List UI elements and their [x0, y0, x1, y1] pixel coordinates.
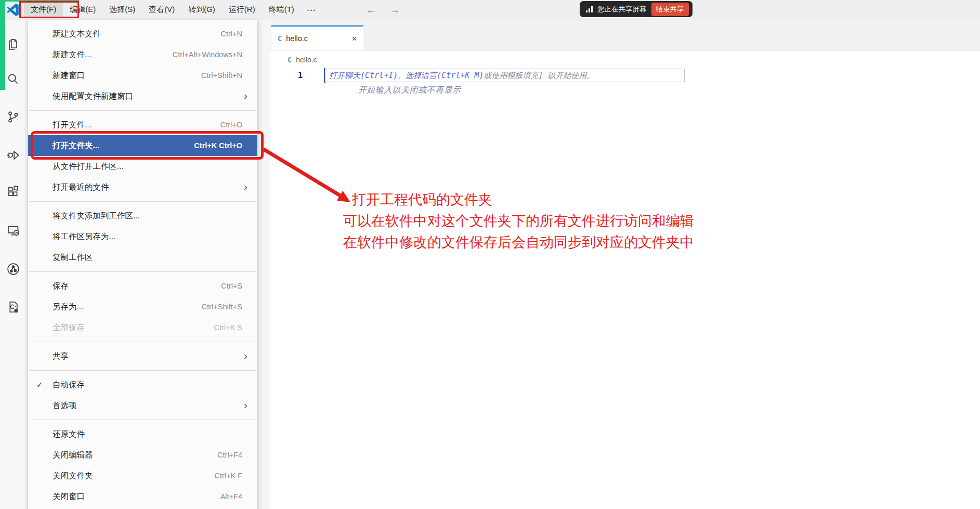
hint-separator: 、: [398, 71, 406, 81]
menubar-more-icon[interactable]: ⋯: [301, 2, 321, 18]
end-share-button[interactable]: 结束共享: [651, 3, 689, 16]
inline-chat-hint: 打开聊天(Ctrl+I)、 选择语言(Ctrl+K M)或使用模板填充] 以开始…: [325, 69, 685, 82]
menu-item-revert-file[interactable]: 还原文件: [28, 424, 257, 445]
menubar-view[interactable]: 查看(V): [142, 2, 181, 18]
submenu-arrow-icon: ›: [244, 399, 247, 411]
editor-group: C hello.c ✕ C hello.c 1 打开聊天(Ctrl+I)、 选择…: [270, 20, 980, 509]
menu-separator: [29, 201, 256, 202]
code-line-2: 开始输入以关闭或不再显示: [270, 83, 980, 97]
file-menu-dropdown: 新建文本文件Ctrl+N 新建文件...Ctrl+Alt+Windows+N 新…: [28, 20, 257, 509]
menubar-go[interactable]: 转到(G): [181, 2, 222, 18]
menu-item-add-folder-to-workspace[interactable]: 将文件夹添加到工作区...: [28, 205, 257, 226]
cpp-tools-icon[interactable]: [1, 296, 25, 317]
extensions-icon[interactable]: [1, 181, 25, 202]
source-control-icon[interactable]: [1, 107, 25, 127]
menu-item-save-all: 全部保存Ctrl+K S: [28, 317, 257, 338]
annotation-line: 可以在软件中对这个文件夹下的所有文件进行访问和编辑: [343, 211, 694, 232]
menu-separator: [29, 342, 256, 342]
check-icon: ✓: [36, 380, 43, 389]
annotation-box-open-folder: [31, 131, 264, 160]
back-arrow-icon[interactable]: ←: [366, 4, 376, 16]
forward-arrow-icon[interactable]: →: [390, 4, 400, 16]
close-icon[interactable]: ✕: [351, 35, 357, 43]
open-chat-link[interactable]: 打开聊天(Ctrl+I): [329, 71, 398, 81]
dismiss-hint-text: 开始输入以关闭或不再显示: [358, 85, 461, 96]
menu-separator: [29, 110, 256, 111]
remote-explorer-icon[interactable]: [1, 220, 25, 241]
annotation-box-file-menu: [19, 1, 79, 18]
share-graph-icon[interactable]: [1, 258, 25, 279]
share-status-text: 您正在共享屏幕: [597, 5, 647, 14]
code-area[interactable]: 1 打开聊天(Ctrl+I)、 选择语言(Ctrl+K M)或使用模板填充] 以…: [270, 68, 980, 97]
activity-bar: [0, 20, 25, 509]
pick-language-link[interactable]: 选择语言(Ctrl+K M): [406, 71, 484, 81]
menu-item-close-editor[interactable]: 关闭编辑器Ctrl+F4: [28, 445, 257, 465]
nav-history: ← →: [366, 4, 400, 16]
c-file-icon: C: [278, 34, 282, 43]
menu-separator: [29, 420, 256, 420]
code-line-1: 1 打开聊天(Ctrl+I)、 选择语言(Ctrl+K M)或使用模板填充] 以…: [270, 68, 980, 83]
submenu-arrow-icon: ›: [244, 89, 247, 102]
menu-item-preferences[interactable]: 首选项›: [28, 395, 257, 416]
submenu-arrow-icon: ›: [244, 180, 247, 193]
menu-item-save-as[interactable]: 另存为...Ctrl+Shift+S: [28, 296, 257, 317]
annotation-text: 打开工程代码的文件夹 可以在软件中对这个文件夹下的所有文件进行访问和编辑 在软件…: [343, 189, 694, 253]
menu-item-duplicate-workspace[interactable]: 复制工作区: [28, 247, 257, 268]
menu-item-new-text-file[interactable]: 新建文本文件Ctrl+N: [28, 23, 257, 44]
menu-item-new-window-with-profile[interactable]: 使用配置文件新建窗口›: [28, 86, 257, 107]
title-bar: 文件(F) 编辑(E) 选择(S) 查看(V) 转到(G) 运行(R) 终端(T…: [0, 0, 980, 20]
screen-share-border-left: [0, 0, 5, 90]
menubar-selection[interactable]: 选择(S): [102, 2, 142, 18]
menu-item-save-workspace-as[interactable]: 将工作区另存为...: [28, 226, 257, 247]
hint-tail: 或使用模板填充] 以开始使用。: [484, 71, 595, 81]
menu-item-close-window[interactable]: 关闭窗口Alt+F4: [28, 486, 257, 507]
annotation-line: 打开工程代码的文件夹: [352, 189, 694, 211]
menu-separator: [29, 271, 256, 272]
menubar-run[interactable]: 运行(R): [222, 2, 262, 18]
menu-item-close-folder[interactable]: 关闭文件夹Ctrl+K F: [28, 465, 257, 486]
signal-bars-icon: [586, 6, 593, 12]
run-and-debug-icon[interactable]: [1, 145, 25, 165]
submenu-arrow-icon: ›: [244, 349, 247, 362]
annotation-line: 在软件中修改的文件保存后会自动同步到对应的文件夹中: [343, 232, 694, 253]
tab-hello-c[interactable]: C hello.c ✕: [271, 25, 363, 50]
menu-item-new-window[interactable]: 新建窗口Ctrl+Shift+N: [28, 65, 257, 86]
c-file-icon: C: [288, 56, 292, 64]
menu-separator: [29, 370, 256, 371]
menu-item-auto-save[interactable]: ✓ 自动保存: [28, 374, 257, 395]
menubar-terminal[interactable]: 终端(T): [262, 2, 301, 18]
screen-share-banner: 您正在共享屏幕 结束共享: [580, 1, 692, 17]
breadcrumb-file: hello.c: [296, 56, 317, 64]
breadcrumb[interactable]: C hello.c: [270, 51, 980, 68]
vscode-window: 文件(F) 编辑(E) 选择(S) 查看(V) 转到(G) 运行(R) 终端(T…: [0, 0, 980, 509]
line-number: 1: [270, 71, 303, 80]
menu-item-new-file[interactable]: 新建文件...Ctrl+Alt+Windows+N: [28, 44, 257, 65]
tab-label: hello.c: [286, 34, 308, 43]
menu-item-share[interactable]: 共享›: [28, 346, 257, 367]
tab-bar: C hello.c ✕: [270, 20, 980, 51]
vscode-logo-icon: [6, 3, 20, 17]
menu-item-open-recent[interactable]: 打开最近的文件›: [28, 177, 257, 198]
menu-item-save[interactable]: 保存Ctrl+S: [28, 276, 257, 296]
